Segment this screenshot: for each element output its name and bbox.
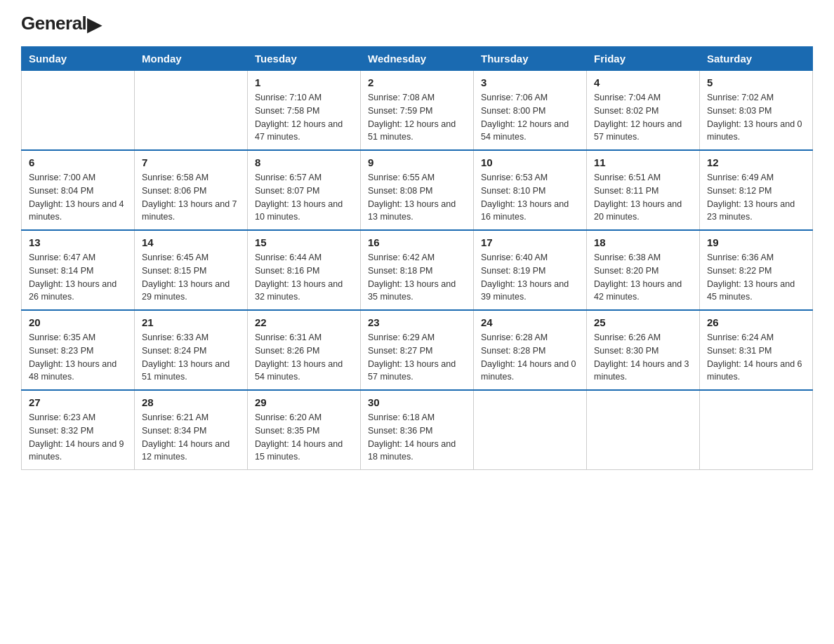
calendar-cell: 22Sunrise: 6:31 AM Sunset: 8:26 PM Dayli… [248, 310, 361, 390]
day-info: Sunrise: 6:24 AM Sunset: 8:31 PM Dayligh… [707, 331, 805, 384]
calendar-week-row: 27Sunrise: 6:23 AM Sunset: 8:32 PM Dayli… [22, 390, 813, 470]
calendar-cell: 9Sunrise: 6:55 AM Sunset: 8:08 PM Daylig… [361, 150, 474, 230]
day-info: Sunrise: 6:53 AM Sunset: 8:10 PM Dayligh… [481, 171, 579, 224]
day-number: 1 [255, 76, 353, 88]
day-number: 12 [707, 156, 805, 168]
calendar-cell: 24Sunrise: 6:28 AM Sunset: 8:28 PM Dayli… [474, 310, 587, 390]
day-info: Sunrise: 6:38 AM Sunset: 8:20 PM Dayligh… [594, 251, 692, 304]
calendar-cell: 18Sunrise: 6:38 AM Sunset: 8:20 PM Dayli… [587, 230, 700, 310]
calendar-cell: 6Sunrise: 7:00 AM Sunset: 8:04 PM Daylig… [22, 150, 135, 230]
col-wednesday: Wednesday [361, 47, 474, 71]
day-number: 25 [594, 316, 692, 328]
calendar-week-row: 13Sunrise: 6:47 AM Sunset: 8:14 PM Dayli… [22, 230, 813, 310]
day-number: 8 [255, 156, 353, 168]
day-number: 13 [29, 236, 127, 248]
col-thursday: Thursday [474, 47, 587, 71]
day-info: Sunrise: 7:04 AM Sunset: 8:02 PM Dayligh… [594, 91, 692, 144]
logo-icon: General▶ [21, 14, 101, 34]
calendar-cell: 19Sunrise: 6:36 AM Sunset: 8:22 PM Dayli… [700, 230, 813, 310]
day-info: Sunrise: 6:23 AM Sunset: 8:32 PM Dayligh… [29, 411, 127, 464]
calendar-cell: 3Sunrise: 7:06 AM Sunset: 8:00 PM Daylig… [474, 71, 587, 151]
col-saturday: Saturday [700, 47, 813, 71]
day-number: 17 [481, 236, 579, 248]
calendar-cell: 14Sunrise: 6:45 AM Sunset: 8:15 PM Dayli… [135, 230, 248, 310]
calendar-cell [135, 71, 248, 151]
day-info: Sunrise: 6:40 AM Sunset: 8:19 PM Dayligh… [481, 251, 579, 304]
day-info: Sunrise: 6:51 AM Sunset: 8:11 PM Dayligh… [594, 171, 692, 224]
day-info: Sunrise: 6:47 AM Sunset: 8:14 PM Dayligh… [29, 251, 127, 304]
calendar-week-row: 1Sunrise: 7:10 AM Sunset: 7:58 PM Daylig… [22, 71, 813, 151]
day-number: 14 [142, 236, 240, 248]
day-info: Sunrise: 7:00 AM Sunset: 8:04 PM Dayligh… [29, 171, 127, 224]
page-header: General▶ [21, 14, 813, 34]
calendar-cell [700, 390, 813, 470]
calendar-cell: 27Sunrise: 6:23 AM Sunset: 8:32 PM Dayli… [22, 390, 135, 470]
day-number: 24 [481, 316, 579, 328]
calendar-cell: 25Sunrise: 6:26 AM Sunset: 8:30 PM Dayli… [587, 310, 700, 390]
day-info: Sunrise: 6:28 AM Sunset: 8:28 PM Dayligh… [481, 331, 579, 384]
day-number: 29 [255, 396, 353, 408]
logo: General▶ [21, 14, 101, 34]
day-number: 7 [142, 156, 240, 168]
calendar-cell: 7Sunrise: 6:58 AM Sunset: 8:06 PM Daylig… [135, 150, 248, 230]
day-number: 19 [707, 236, 805, 248]
calendar-cell: 10Sunrise: 6:53 AM Sunset: 8:10 PM Dayli… [474, 150, 587, 230]
calendar-cell: 16Sunrise: 6:42 AM Sunset: 8:18 PM Dayli… [361, 230, 474, 310]
day-info: Sunrise: 6:49 AM Sunset: 8:12 PM Dayligh… [707, 171, 805, 224]
calendar-cell: 26Sunrise: 6:24 AM Sunset: 8:31 PM Dayli… [700, 310, 813, 390]
day-info: Sunrise: 6:20 AM Sunset: 8:35 PM Dayligh… [255, 411, 353, 464]
day-info: Sunrise: 6:42 AM Sunset: 8:18 PM Dayligh… [368, 251, 466, 304]
day-info: Sunrise: 6:35 AM Sunset: 8:23 PM Dayligh… [29, 331, 127, 384]
day-number: 11 [594, 156, 692, 168]
day-number: 10 [481, 156, 579, 168]
day-number: 22 [255, 316, 353, 328]
calendar-cell: 20Sunrise: 6:35 AM Sunset: 8:23 PM Dayli… [22, 310, 135, 390]
col-tuesday: Tuesday [248, 47, 361, 71]
day-number: 5 [707, 76, 805, 88]
day-info: Sunrise: 6:29 AM Sunset: 8:27 PM Dayligh… [368, 331, 466, 384]
day-info: Sunrise: 6:33 AM Sunset: 8:24 PM Dayligh… [142, 331, 240, 384]
calendar-cell: 15Sunrise: 6:44 AM Sunset: 8:16 PM Dayli… [248, 230, 361, 310]
day-info: Sunrise: 6:57 AM Sunset: 8:07 PM Dayligh… [255, 171, 353, 224]
logo-general-text: General▶ [21, 14, 101, 34]
calendar-cell [22, 71, 135, 151]
day-info: Sunrise: 6:55 AM Sunset: 8:08 PM Dayligh… [368, 171, 466, 224]
calendar-cell: 29Sunrise: 6:20 AM Sunset: 8:35 PM Dayli… [248, 390, 361, 470]
calendar-cell [587, 390, 700, 470]
col-friday: Friday [587, 47, 700, 71]
day-info: Sunrise: 6:26 AM Sunset: 8:30 PM Dayligh… [594, 331, 692, 384]
day-info: Sunrise: 6:21 AM Sunset: 8:34 PM Dayligh… [142, 411, 240, 464]
day-number: 4 [594, 76, 692, 88]
day-number: 15 [255, 236, 353, 248]
day-number: 18 [594, 236, 692, 248]
day-info: Sunrise: 6:44 AM Sunset: 8:16 PM Dayligh… [255, 251, 353, 304]
day-info: Sunrise: 7:02 AM Sunset: 8:03 PM Dayligh… [707, 91, 805, 144]
calendar-cell: 8Sunrise: 6:57 AM Sunset: 8:07 PM Daylig… [248, 150, 361, 230]
day-number: 3 [481, 76, 579, 88]
day-info: Sunrise: 7:10 AM Sunset: 7:58 PM Dayligh… [255, 91, 353, 144]
calendar-week-row: 6Sunrise: 7:00 AM Sunset: 8:04 PM Daylig… [22, 150, 813, 230]
day-number: 27 [29, 396, 127, 408]
day-number: 28 [142, 396, 240, 408]
calendar-cell: 11Sunrise: 6:51 AM Sunset: 8:11 PM Dayli… [587, 150, 700, 230]
day-info: Sunrise: 7:08 AM Sunset: 7:59 PM Dayligh… [368, 91, 466, 144]
day-number: 6 [29, 156, 127, 168]
day-info: Sunrise: 7:06 AM Sunset: 8:00 PM Dayligh… [481, 91, 579, 144]
logo-arrow-icon: ▶ [87, 15, 101, 34]
calendar-cell: 1Sunrise: 7:10 AM Sunset: 7:58 PM Daylig… [248, 71, 361, 151]
day-number: 23 [368, 316, 466, 328]
calendar-cell [474, 390, 587, 470]
col-monday: Monday [135, 47, 248, 71]
day-number: 16 [368, 236, 466, 248]
calendar-table: Sunday Monday Tuesday Wednesday Thursday… [21, 46, 813, 470]
day-number: 20 [29, 316, 127, 328]
day-number: 26 [707, 316, 805, 328]
calendar-cell: 13Sunrise: 6:47 AM Sunset: 8:14 PM Dayli… [22, 230, 135, 310]
calendar-cell: 21Sunrise: 6:33 AM Sunset: 8:24 PM Dayli… [135, 310, 248, 390]
day-info: Sunrise: 6:58 AM Sunset: 8:06 PM Dayligh… [142, 171, 240, 224]
col-sunday: Sunday [22, 47, 135, 71]
calendar-cell: 2Sunrise: 7:08 AM Sunset: 7:59 PM Daylig… [361, 71, 474, 151]
calendar-cell: 23Sunrise: 6:29 AM Sunset: 8:27 PM Dayli… [361, 310, 474, 390]
day-info: Sunrise: 6:36 AM Sunset: 8:22 PM Dayligh… [707, 251, 805, 304]
day-info: Sunrise: 6:18 AM Sunset: 8:36 PM Dayligh… [368, 411, 466, 464]
